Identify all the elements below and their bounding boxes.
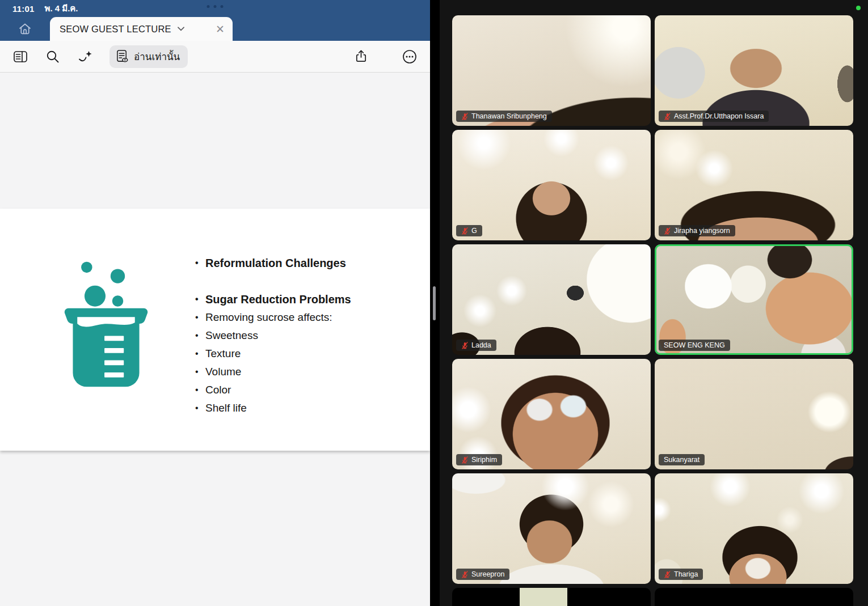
- muted-mic-icon: [461, 342, 469, 349]
- bullet-text: Color: [205, 381, 231, 399]
- bullet-item: •Texture: [195, 345, 351, 363]
- video-tile-partial[interactable]: [452, 588, 651, 606]
- participant-name-label: Jirapha yiangsorn: [659, 225, 735, 236]
- video-tile[interactable]: Sureepron: [452, 473, 651, 584]
- bullet-item: •Sweetness: [195, 327, 351, 345]
- document-app-pane: 11:01 พ. 4 มี.ค. SEOW GUEST LECTURE ✕: [0, 0, 430, 606]
- search-icon: [45, 49, 60, 64]
- split-view-drag-handle[interactable]: [433, 286, 436, 320]
- bullet-item: •Sugar Reduction Problems: [195, 290, 351, 308]
- participant-grid: Thanawan SribunphengAsst.Prof.Dr.Utthapo…: [440, 0, 868, 606]
- draw-button[interactable]: [77, 49, 93, 65]
- bullet-item: •Shelf life: [195, 399, 351, 417]
- muted-mic-icon: [664, 571, 671, 578]
- participant-name: Thariga: [674, 570, 698, 578]
- video-tile[interactable]: Ladda: [452, 244, 651, 355]
- participant-name: Siriphim: [471, 456, 497, 464]
- share-icon: [354, 49, 368, 63]
- multitask-indicator-icon[interactable]: [207, 5, 224, 8]
- bullet-glyph: •: [195, 381, 205, 399]
- bullet-text: Volume: [205, 363, 241, 381]
- participant-name: Ladda: [471, 341, 491, 349]
- muted-mic-icon: [461, 227, 469, 235]
- bullet-glyph: •: [195, 399, 205, 417]
- bullet-item: •Removing sucrose affects:: [195, 308, 351, 327]
- bullet-glyph: •: [195, 308, 205, 327]
- bullet-text: Shelf life: [205, 399, 247, 417]
- video-tile[interactable]: Asst.Prof.Dr.Utthapon Issara: [655, 15, 853, 126]
- bullet-glyph: •: [195, 254, 205, 272]
- participant-name: Sureepron: [471, 570, 504, 578]
- read-only-doc-icon: [116, 49, 129, 63]
- bullet-item: •Color: [195, 381, 351, 399]
- participant-name: Asst.Prof.Dr.Utthapon Issara: [674, 112, 764, 120]
- muted-mic-icon: [461, 456, 469, 464]
- bullet-list: •Reformulation Challenges•Sugar Reductio…: [195, 253, 351, 451]
- bullet-glyph: •: [195, 345, 205, 363]
- slide-graphic: [35, 253, 177, 451]
- participant-name: Thanawan Sribunpheng: [471, 112, 547, 120]
- participant-name: Jirapha yiangsorn: [674, 227, 730, 235]
- slide-page: •Reformulation Challenges•Sugar Reductio…: [0, 209, 430, 451]
- home-button[interactable]: [18, 22, 32, 36]
- beaker-icon: [56, 255, 156, 393]
- status-date: พ. 4 มี.ค.: [45, 2, 78, 15]
- video-tile-partial[interactable]: [655, 588, 853, 606]
- video-tile[interactable]: Jirapha yiangsorn: [655, 130, 853, 240]
- muted-mic-icon: [664, 113, 671, 120]
- participant-name-label: Thariga: [659, 569, 703, 580]
- participant-name-label: Siriphim: [456, 454, 502, 465]
- bullet-item: •Reformulation Challenges: [195, 254, 351, 272]
- tab-document[interactable]: SEOW GUEST LECTURE ✕: [50, 17, 233, 41]
- bullet-text: Texture: [205, 345, 241, 363]
- mobile-view-button[interactable]: [12, 49, 28, 65]
- search-button[interactable]: [45, 49, 61, 65]
- bullet-text: Reformulation Challenges: [205, 254, 346, 272]
- clock: 11:01: [12, 4, 35, 14]
- video-tile[interactable]: Siriphim: [452, 359, 651, 469]
- muted-mic-icon: [664, 227, 671, 235]
- split-view-divider: [430, 0, 440, 606]
- bullet-text: Sweetness: [205, 327, 258, 345]
- participant-name-label: Thanawan Sribunpheng: [456, 111, 552, 122]
- video-tile[interactable]: SEOW ENG KENG: [655, 244, 853, 355]
- camera-active-indicator-icon: [856, 6, 861, 10]
- participant-name-label: SEOW ENG KENG: [659, 340, 730, 351]
- muted-mic-icon: [461, 113, 469, 120]
- status-bar: 11:01 พ. 4 มี.ค.: [0, 0, 430, 17]
- video-tile[interactable]: Thanawan Sribunpheng: [452, 15, 651, 126]
- participant-name: G: [471, 227, 477, 235]
- video-tile[interactable]: Sukanyarat: [655, 359, 853, 469]
- participant-name-label: Ladda: [456, 340, 496, 351]
- document-toolbar: อ่านเท่านั้น: [0, 41, 430, 73]
- tab-bar: SEOW GUEST LECTURE ✕: [0, 17, 430, 41]
- mobile-view-icon: [13, 49, 28, 64]
- video-tile[interactable]: G: [452, 130, 651, 240]
- ellipsis-circle-icon: [402, 49, 417, 64]
- ink-sparkle-icon: [78, 49, 92, 64]
- tab-title: SEOW GUEST LECTURE: [60, 24, 171, 35]
- home-icon: [18, 22, 32, 36]
- bullet-glyph: •: [195, 290, 205, 308]
- share-button[interactable]: [353, 49, 369, 65]
- participant-name: Sukanyarat: [664, 456, 700, 464]
- document-scroll-area[interactable]: •Reformulation Challenges•Sugar Reductio…: [0, 73, 430, 606]
- participant-name-label: Sukanyarat: [659, 454, 705, 465]
- more-button[interactable]: [402, 49, 418, 65]
- bullet-item: •Volume: [195, 363, 351, 381]
- bullet-text: Removing sucrose affects:: [205, 308, 332, 327]
- read-only-button[interactable]: อ่านเท่านั้น: [109, 45, 188, 68]
- read-only-label: อ่านเท่านั้น: [134, 49, 180, 64]
- participant-name-label: G: [456, 225, 482, 236]
- video-tile[interactable]: Thariga: [655, 473, 853, 584]
- bullet-text: Sugar Reduction Problems: [205, 290, 351, 308]
- muted-mic-icon: [461, 571, 469, 578]
- participant-name: SEOW ENG KENG: [664, 341, 725, 349]
- tab-close-icon[interactable]: ✕: [216, 24, 225, 35]
- bullet-glyph: •: [195, 363, 205, 381]
- participant-name-label: Sureepron: [456, 569, 509, 580]
- participant-name-label: Asst.Prof.Dr.Utthapon Issara: [659, 111, 769, 122]
- bullet-glyph: •: [195, 327, 205, 345]
- meeting-app-pane: Thanawan SribunphengAsst.Prof.Dr.Utthapo…: [440, 0, 868, 606]
- chevron-down-icon[interactable]: [178, 27, 184, 31]
